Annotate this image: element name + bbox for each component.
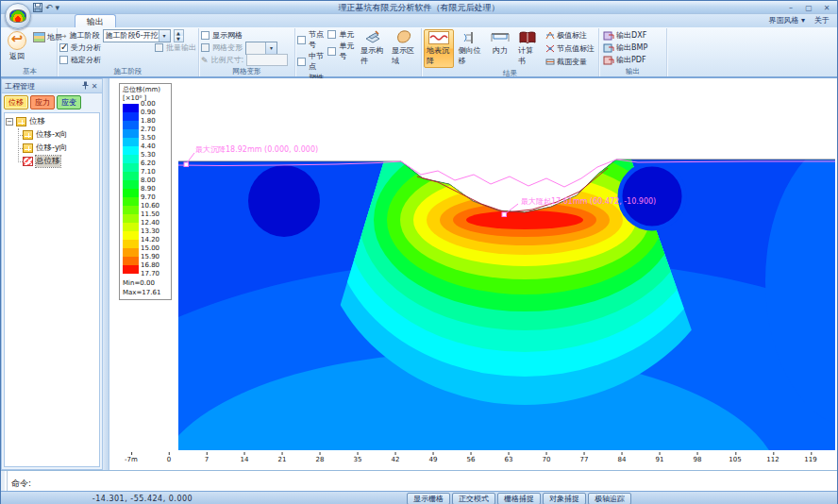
- legend-tick-label: 4.40: [141, 143, 159, 151]
- node-number-checkbox[interactable]: 节点号: [297, 29, 326, 50]
- ui-style-menu[interactable]: 界面风格 ▾: [768, 15, 805, 25]
- legend-tick-label: 5.30: [141, 151, 159, 160]
- result-tree: − 位移 位移-x向 位移-y向 总位移: [4, 112, 100, 467]
- legend-swatch: [123, 112, 139, 121]
- collapse-icon[interactable]: −: [6, 118, 13, 126]
- stability-analysis-checkbox[interactable]: 稳定分析: [59, 55, 101, 65]
- tab-stress[interactable]: 应力: [30, 95, 55, 109]
- surface-settlement-button[interactable]: 地表沉降: [424, 29, 454, 68]
- ribbon-group-display: 节点号 中节点 塑性点 单元 单元号 显示构件 显示区域 显示: [295, 28, 422, 76]
- export-bmp-button[interactable]: 输出BMP: [601, 42, 649, 54]
- internal-force-icon: [490, 31, 511, 44]
- command-prompt[interactable]: 命令:: [11, 478, 31, 491]
- show-region-button[interactable]: 显示区域: [390, 29, 419, 66]
- table-icon: [23, 130, 33, 140]
- show-mesh-checkbox[interactable]: 显示网格: [201, 30, 243, 41]
- scale-input[interactable]: [246, 54, 288, 66]
- contour-legend: 总位移(mm) [×10⁰ ] 0.000.901.802.703.504.40…: [119, 83, 172, 300]
- close-button[interactable]: ✕: [820, 4, 833, 12]
- tree-item-total-displacement[interactable]: 总位移: [15, 155, 98, 168]
- stage-label: 施工阶段: [70, 30, 100, 41]
- legend-tick-label: 15.00: [141, 244, 159, 253]
- node-value-annotate-button[interactable]: 节点值标注: [544, 42, 596, 55]
- app-logo-icon: [9, 9, 26, 23]
- x-axis-tick-label: 21: [278, 456, 287, 463]
- max-heave-label: 最大隆起17.61mm (60.472, -10.900): [521, 197, 656, 206]
- legend-tick-label: 8.00: [141, 176, 159, 185]
- group-label-export: 输出: [601, 66, 664, 76]
- lateral-displacement-icon: [461, 31, 479, 44]
- pin-icon[interactable]: [80, 81, 90, 92]
- tab-output[interactable]: 输出: [75, 14, 116, 27]
- show-member-button[interactable]: 显示构件: [359, 29, 388, 66]
- mid-node-checkbox[interactable]: 中节点: [297, 51, 326, 72]
- window-title: 理正基坑有限元分析软件（有限元后处理）: [1, 2, 837, 14]
- scale-label: 比例尺寸:: [211, 55, 244, 65]
- x-axis-tick-label: 35: [354, 456, 362, 463]
- max-settlement-label: 最大沉降18.92mm (0.000, 0.000): [195, 145, 318, 154]
- stage-spinner[interactable]: ▲▼: [174, 29, 184, 42]
- legend-tick-label: 17.70: [141, 270, 159, 278]
- status-toggle-buttons: 显示栅格 正交模式 栅格捕捉 对象捕捉 极轴追踪: [407, 493, 631, 504]
- group-label-result: 结果: [424, 68, 596, 78]
- grid-toggle-button[interactable]: 显示栅格: [407, 493, 450, 504]
- ribbon-group-result: 地表沉降 侧向位移 内力 计算书 极值标注: [422, 28, 599, 76]
- x-axis-tick-label: 119: [804, 456, 816, 463]
- legend-tick-label: 6.20: [141, 160, 159, 168]
- batch-output-checkbox[interactable]: 批量输出: [155, 42, 196, 53]
- mesh-deform-select[interactable]: ▾: [245, 42, 277, 55]
- polar-tracking-toggle-button[interactable]: 极轴追踪: [588, 493, 631, 504]
- tree-item-displacement-y[interactable]: 位移-y向: [15, 142, 98, 155]
- tab-strain[interactable]: 应变: [57, 95, 81, 109]
- chevron-down-icon: ▾: [159, 30, 170, 42]
- x-axis-tick-label: 49: [429, 456, 438, 463]
- legend-swatch: [123, 223, 139, 231]
- grid-snap-toggle-button[interactable]: 栅格捕捉: [497, 493, 541, 504]
- application-window: ↶ ▾ 理正基坑有限元分析软件（有限元后处理） – ▢ ✕ 输出 界面风格 ▾ …: [0, 0, 838, 504]
- legend-tick-label: 11.50: [141, 210, 159, 219]
- app-logo-button[interactable]: [5, 3, 31, 29]
- close-panel-icon[interactable]: ✕: [90, 82, 99, 91]
- legend-tick-label: 15.90: [141, 253, 159, 261]
- lateral-displacement-button[interactable]: 侧向位移: [456, 29, 486, 68]
- show-region-icon: [395, 29, 412, 44]
- mesh-deform-checkbox[interactable]: 网格变形: [201, 42, 243, 53]
- legend-swatch: [123, 121, 139, 129]
- object-snap-toggle-button[interactable]: 对象捕捉: [543, 493, 586, 504]
- internal-force-button[interactable]: 内力: [487, 29, 513, 58]
- legend-title: 总位移(mm): [123, 86, 169, 94]
- maximize-button[interactable]: ▢: [802, 4, 815, 12]
- element-checkbox[interactable]: 单元: [327, 29, 356, 40]
- legend-tick-label: 13.30: [141, 227, 159, 236]
- node-value-icon: [545, 44, 555, 53]
- tree-root-displacement[interactable]: − 位移: [6, 115, 98, 128]
- ribbon-group-stage: → 施工阶段 施工阶段6-开挖 ▾ ▲▼ 受力分析 批量输出 稳定分析 施工阶段: [58, 28, 199, 76]
- export-pdf-button[interactable]: 输出PDF: [601, 54, 648, 66]
- tree-item-displacement-x[interactable]: 位移-x向: [15, 128, 98, 142]
- x-axis-tick-label: 77: [580, 456, 589, 463]
- stage-select[interactable]: 施工阶段6-开挖 ▾: [103, 29, 171, 42]
- section-variable-button[interactable]: 截面变量: [544, 56, 596, 68]
- legend-tick-label: 0.00: [141, 100, 159, 109]
- x-axis-tick-label: 84: [618, 456, 627, 463]
- legend-swatch: [123, 180, 139, 189]
- x-axis-tick-label: 91: [656, 456, 664, 463]
- ortho-toggle-button[interactable]: 正交模式: [452, 493, 495, 504]
- group-label-mesh: 网格变形: [201, 66, 293, 76]
- x-axis-tick-label: 0: [167, 456, 171, 463]
- calc-report-button[interactable]: 计算书: [515, 29, 540, 68]
- ribbon-group-basic: ↩ 返回 地层 基本: [3, 28, 58, 76]
- extreme-value-annotate-button[interactable]: 极值标注: [544, 29, 596, 42]
- back-button[interactable]: ↩ 返回: [5, 29, 29, 63]
- force-analysis-checkbox[interactable]: 受力分析: [59, 42, 101, 53]
- plot-canvas[interactable]: 最大沉降18.92mm (0.000, 0.000) 最大隆起17.61mm (…: [109, 78, 837, 470]
- show-member-icon: [364, 29, 381, 44]
- tab-displacement[interactable]: 位移: [4, 95, 28, 109]
- x-axis: -7m0714212835424956637077849198105112119: [109, 453, 837, 466]
- element-number-checkbox[interactable]: 单元号: [327, 41, 356, 61]
- about-menu[interactable]: 关于: [814, 15, 830, 25]
- sidebar-splitter[interactable]: [103, 78, 109, 470]
- minimize-button[interactable]: –: [784, 4, 797, 12]
- x-axis-tick-label: 98: [694, 456, 702, 463]
- export-dxf-button[interactable]: 输出DXF: [601, 29, 648, 42]
